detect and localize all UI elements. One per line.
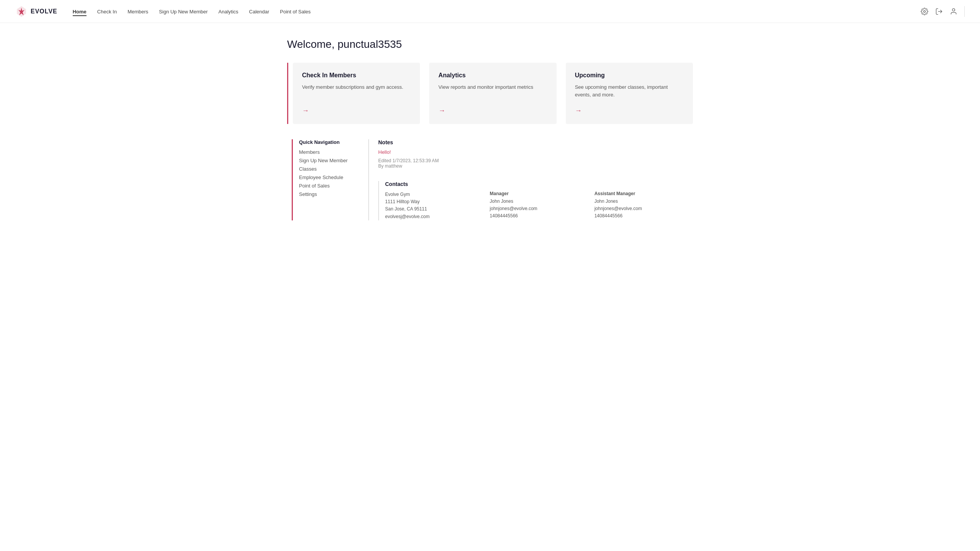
contact-manager-name: John Jones: [490, 198, 588, 205]
notes-title: Notes: [378, 139, 693, 145]
card-upcoming-title: Upcoming: [575, 72, 684, 79]
nav-calendar[interactable]: Calendar: [249, 9, 270, 15]
contacts-grid: Evolve Gym 1111 Hilltop Way San Jose, CA…: [385, 191, 693, 220]
quick-nav-pos[interactable]: Point of Sales: [299, 183, 330, 189]
svg-point-4: [952, 8, 955, 11]
card-analytics: Analytics View reports and monitor impor…: [429, 63, 556, 124]
card-upcoming-desc: See upcoming member classes, important e…: [575, 83, 684, 99]
logout-icon[interactable]: [935, 8, 943, 15]
contact-manager-email: johnjones@evolve.com: [490, 205, 588, 212]
nav-right: [921, 6, 965, 17]
card-upcoming: Upcoming See upcoming member classes, im…: [566, 63, 693, 124]
contact-asst-manager: Assistant Manager John Jones johnjones@e…: [595, 191, 693, 220]
cards-row: Check In Members Verify member subscript…: [287, 63, 693, 124]
quick-nav: Quick Navigation Members Sign Up New Mem…: [292, 139, 353, 220]
nav-analytics[interactable]: Analytics: [219, 9, 238, 15]
main-content: Welcome, punctual3535 Check In Members V…: [279, 23, 701, 236]
card-analytics-arrow[interactable]: →: [438, 107, 547, 115]
notes-section: Notes Hello! Edited 1/7/2023, 12:53:39 A…: [378, 139, 693, 169]
card-analytics-desc: View reports and monitor important metri…: [438, 83, 547, 99]
navbar: EVOLVE Home Check In Members Sign Up New…: [0, 0, 980, 23]
nav-home[interactable]: Home: [73, 9, 87, 16]
contact-gym-address2: San Jose, CA 95111: [385, 205, 483, 213]
nav-links: Home Check In Members Sign Up New Member…: [73, 8, 311, 15]
contacts-title: Contacts: [385, 181, 693, 187]
contact-asst-email: johnjones@evolve.com: [595, 205, 693, 212]
brand-name: EVOLVE: [31, 8, 57, 15]
contact-manager-role: Manager: [490, 191, 588, 196]
settings-icon[interactable]: [921, 8, 928, 15]
nav-members[interactable]: Members: [127, 9, 148, 15]
quick-nav-settings[interactable]: Settings: [299, 191, 317, 197]
svg-point-2: [924, 10, 926, 12]
nav-checkin[interactable]: Check In: [97, 9, 117, 15]
quick-nav-members[interactable]: Members: [299, 149, 320, 155]
user-icon[interactable]: [950, 8, 957, 15]
contact-asst-name: John Jones: [595, 198, 693, 205]
notes-author: By matthew: [378, 163, 693, 169]
quick-nav-links: Members Sign Up New Member Classes Emplo…: [299, 149, 353, 197]
contact-asst-role: Assistant Manager: [595, 191, 693, 196]
contact-manager: Manager John Jones johnjones@evolve.com …: [490, 191, 588, 220]
card-checkin-desc: Verify member subscriptions and gym acce…: [302, 83, 411, 99]
nav-pos[interactable]: Point of Sales: [280, 9, 310, 15]
contact-gym-name: Evolve Gym: [385, 191, 483, 198]
notes-content: Hello!: [378, 149, 693, 155]
welcome-title: Welcome, punctual3535: [287, 38, 693, 51]
contact-manager-phone: 14084445566: [490, 212, 588, 220]
quick-nav-classes[interactable]: Classes: [299, 166, 317, 172]
card-analytics-title: Analytics: [438, 72, 547, 79]
card-checkin-arrow[interactable]: →: [302, 107, 411, 115]
contact-gym-address1: 1111 Hilltop Way: [385, 198, 483, 205]
quick-nav-title: Quick Navigation: [299, 139, 353, 145]
nav-divider: [964, 6, 965, 17]
contact-gym: Evolve Gym 1111 Hilltop Way San Jose, CA…: [385, 191, 483, 220]
quick-nav-signup[interactable]: Sign Up New Member: [299, 158, 348, 163]
card-checkin: Check In Members Verify member subscript…: [293, 63, 420, 124]
contact-asst-phone: 14084445566: [595, 212, 693, 220]
card-checkin-title: Check In Members: [302, 72, 411, 79]
lower-section: Quick Navigation Members Sign Up New Mem…: [287, 139, 693, 220]
notes-edited: Edited 1/7/2023, 12:53:39 AM: [378, 158, 693, 163]
right-panel: Notes Hello! Edited 1/7/2023, 12:53:39 A…: [368, 139, 693, 220]
nav-signup[interactable]: Sign Up New Member: [159, 9, 207, 15]
card-upcoming-arrow[interactable]: →: [575, 107, 684, 115]
brand-logo-link[interactable]: EVOLVE: [15, 5, 57, 18]
quick-nav-schedule[interactable]: Employee Schedule: [299, 174, 343, 180]
brand-logo-icon: [15, 5, 28, 18]
contact-gym-email: evolvesj@evolve.com: [385, 213, 483, 220]
contacts-section: Contacts Evolve Gym 1111 Hilltop Way San…: [378, 181, 693, 220]
